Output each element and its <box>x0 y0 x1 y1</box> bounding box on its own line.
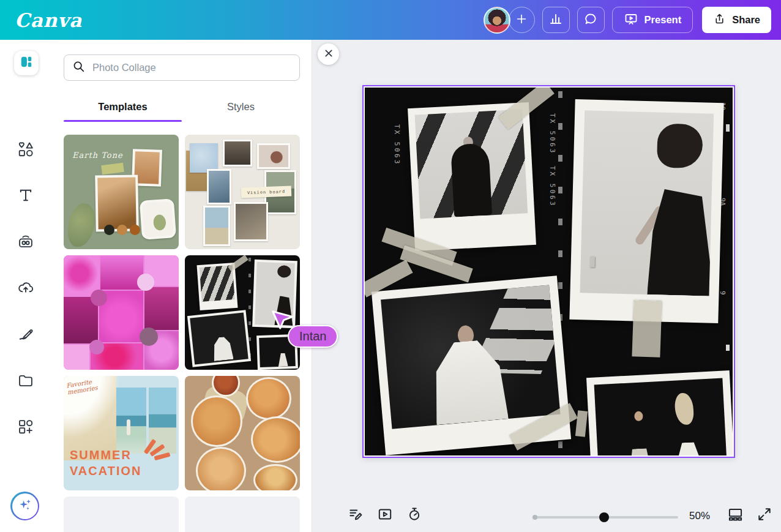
notes-icon <box>348 506 364 525</box>
thumb-art <box>190 143 218 173</box>
canva-logo[interactable]: Canva <box>15 9 82 31</box>
projects-icon <box>17 372 34 397</box>
close-button[interactable] <box>318 43 339 65</box>
template-placeholder[interactable] <box>185 496 300 532</box>
thumb-art <box>187 310 251 367</box>
tab-styles[interactable]: Styles <box>182 92 300 122</box>
app-header: Canva Present <box>0 0 781 40</box>
sidebar-rail <box>0 40 51 532</box>
thumb-art <box>140 198 176 240</box>
thumb-art <box>91 290 107 306</box>
thumb-art <box>64 345 89 370</box>
photo-figure <box>647 189 714 296</box>
apps-icon <box>17 418 34 443</box>
film-mark <box>726 345 730 351</box>
thumb-art <box>203 206 230 246</box>
zoom-slider-track[interactable] <box>534 516 678 519</box>
photo-figure <box>634 411 643 422</box>
search-box[interactable] <box>64 54 300 81</box>
comments-button[interactable] <box>577 7 605 33</box>
fullscreen-button[interactable] <box>754 505 775 526</box>
thumb-art <box>252 260 297 328</box>
share-icon <box>713 12 726 28</box>
template-cat-collage[interactable] <box>185 376 300 490</box>
sidebar-item-elements[interactable] <box>0 141 51 165</box>
film-mark-text: 9 <box>719 291 727 295</box>
elements-icon <box>17 141 34 165</box>
analytics-icon <box>548 12 563 28</box>
pages-view-button[interactable] <box>725 505 745 526</box>
comment-icon <box>583 12 598 28</box>
thumb-art <box>251 416 300 463</box>
photo-figure <box>629 448 652 455</box>
film-code-text: TX 5063 <box>548 113 556 154</box>
thumb-art <box>117 225 127 235</box>
timer-button[interactable] <box>404 505 425 526</box>
sidebar-item-apps[interactable] <box>0 418 51 443</box>
present-button[interactable]: Present <box>612 7 693 33</box>
sidebar-item-projects[interactable] <box>0 372 51 397</box>
template-text: Earth Tone <box>72 151 123 160</box>
thumb-art <box>127 419 130 435</box>
film-code-text: TX 5063 <box>548 166 556 207</box>
thumb-art <box>130 225 140 235</box>
thumb-art <box>253 464 297 490</box>
canva-editor: Canva Present <box>0 0 781 532</box>
uploads-icon <box>17 279 34 304</box>
film-mark <box>726 124 730 132</box>
zoom-slider-thumb[interactable] <box>599 512 609 522</box>
design-page[interactable]: TX 5063 TX 5063 TX 5063 10 9A 9 <box>362 85 735 458</box>
tape-element <box>575 410 588 436</box>
photo-element[interactable] <box>586 370 733 455</box>
expand-icon <box>757 506 772 525</box>
sparkles-icon <box>17 496 34 516</box>
template-vision-board[interactable]: Vision board <box>185 135 300 249</box>
sidebar-item-uploads[interactable] <box>0 279 51 304</box>
photo-figure <box>674 392 694 425</box>
video-preview-button[interactable] <box>375 505 395 526</box>
present-icon <box>624 12 638 29</box>
timer-icon <box>406 506 422 525</box>
sidebar-item-brand[interactable] <box>0 233 51 258</box>
template-pink-floral[interactable] <box>64 255 179 370</box>
canvas-area: TX 5063 TX 5063 TX 5063 10 9A 9 <box>312 40 781 532</box>
tab-templates[interactable]: Templates <box>64 92 182 122</box>
thumb-art <box>256 334 298 370</box>
sidebar-item-design[interactable] <box>14 51 39 75</box>
design-icon <box>20 55 33 71</box>
thumb-art <box>257 143 290 169</box>
avatar[interactable] <box>484 7 510 34</box>
template-placeholder[interactable] <box>64 496 179 532</box>
panel-tabs: Templates Styles <box>64 92 300 122</box>
template-text: SUMMER <box>70 448 132 462</box>
text-icon <box>17 187 34 211</box>
thumb-art <box>101 163 124 174</box>
insights-button[interactable] <box>542 7 570 33</box>
thumb-art <box>140 328 158 346</box>
brand-icon <box>17 233 34 258</box>
notes-button[interactable] <box>345 505 366 526</box>
share-button[interactable]: Share <box>702 7 771 33</box>
photo-figure <box>657 123 703 168</box>
sidebar-item-draw[interactable] <box>0 325 51 350</box>
tape-element <box>632 300 662 358</box>
canva-assistant-button[interactable] <box>10 492 39 520</box>
template-bw-polaroid[interactable] <box>185 255 300 370</box>
add-member-button[interactable] <box>509 7 535 33</box>
video-icon <box>377 506 393 525</box>
template-summer-vacation[interactable]: Favorite memories SUMMER VACATION <box>64 376 179 490</box>
present-label: Present <box>645 14 682 26</box>
search-input[interactable] <box>92 62 291 73</box>
thumb-art <box>234 202 268 241</box>
zoom-level[interactable]: 50% <box>684 510 715 522</box>
header-actions: Present Share <box>484 7 771 34</box>
template-text: Vision board <box>241 186 292 198</box>
close-icon <box>324 48 334 61</box>
thumb-art <box>144 287 179 330</box>
thumb-art <box>196 447 246 490</box>
thumb-art <box>207 169 231 204</box>
template-earth-tone[interactable]: Earth Tone <box>64 135 179 249</box>
photo-element[interactable] <box>569 99 723 323</box>
sidebar-item-text[interactable] <box>0 187 51 211</box>
photo-element[interactable] <box>408 102 536 251</box>
